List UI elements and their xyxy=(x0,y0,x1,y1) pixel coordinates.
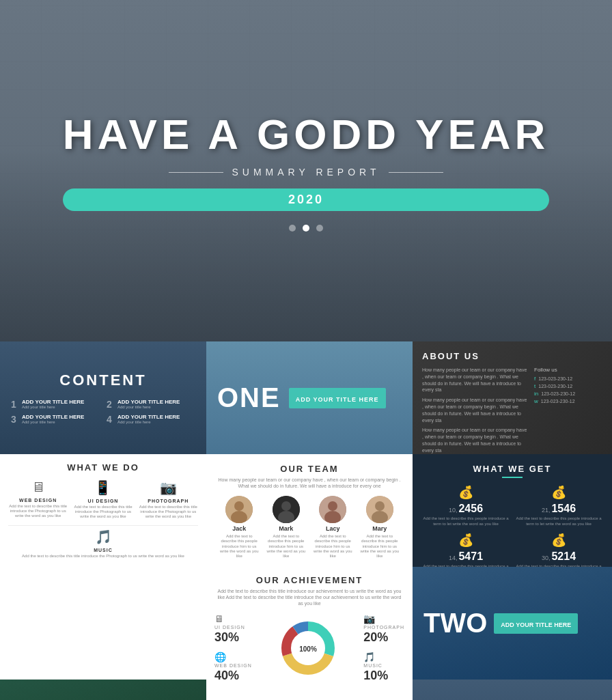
ach-layout: 🖥 UI DESIGN 30% 🌐 WEB DESIGN 40% xyxy=(214,613,404,683)
get-item-2: 💰 21, 1546 Add the text to describe this… xyxy=(515,485,602,527)
about-layout: How many people our team or our company … xyxy=(422,367,602,454)
about-para-1: How many people our team or our company … xyxy=(422,367,529,393)
ach-desc: Add the text to describe this title intr… xyxy=(214,588,404,606)
twitter-icon: t xyxy=(534,383,536,389)
get-small-4: 30, xyxy=(542,555,551,561)
hero-dot-3[interactable] xyxy=(316,225,323,232)
get-line xyxy=(502,477,523,478)
content-title-3: ADD YOUR TITLE HERE xyxy=(22,414,84,420)
get-big-4: 5214 xyxy=(551,550,576,563)
ach-label-music: MUSIC xyxy=(363,663,404,668)
ach-title: OUR ACHIEVEMENT xyxy=(214,575,404,585)
social-text-2: 123-023-230-12 xyxy=(538,384,572,389)
svg-point-4 xyxy=(281,501,291,511)
avatar-mark xyxy=(273,496,300,523)
ach-item-ui: 🖥 UI DESIGN 30% xyxy=(214,613,252,645)
team-member-1: Jack Add the text to describe this peopl… xyxy=(219,496,260,559)
get-small-2: 21, xyxy=(542,507,551,514)
svg-point-1 xyxy=(234,501,244,511)
content-slide: CONTENT 1 ADD YOUR TITLE HERE Add your t… xyxy=(0,341,206,454)
content-slide-bg xyxy=(0,341,206,454)
do-label-ui: UI DESIGN xyxy=(88,499,119,503)
ach-item-photo: 📷 PHOTOGRAPH 20% xyxy=(363,613,404,645)
hero-year-badge: 2020 xyxy=(63,188,550,211)
ach-label-photo: PHOTOGRAPH xyxy=(363,625,404,630)
get-icon-2: 💰 xyxy=(551,485,566,500)
hero-dot-1[interactable] xyxy=(289,225,296,232)
get-icon-1: 💰 xyxy=(458,485,473,500)
hero-line-right xyxy=(389,172,443,173)
linkedin-icon: in xyxy=(534,391,538,397)
get-small-3: 14, xyxy=(449,555,458,561)
hero-title: HAVE A GODD YEAR xyxy=(63,110,550,158)
member-name-1: Jack xyxy=(232,525,246,532)
content-item-2: 2 ADD YOUR TITLE HERE Add your title her… xyxy=(107,399,195,410)
content-sub-2: Add your title here xyxy=(117,405,180,409)
ach-item-web: 🌐 WEB DESIGN 40% xyxy=(214,652,252,683)
do-text-ui: Add the text to describe this title intr… xyxy=(73,505,133,520)
social-text-1: 123-023-230-12 xyxy=(538,376,572,381)
get-items: 💰 10, 2456 Add the text to describe this… xyxy=(422,485,602,567)
one-title-box: ADD YOUR TITLE HERE xyxy=(289,388,386,408)
social-item-2: t 123-023-230-12 xyxy=(534,383,602,389)
social-text-3: 123-023-230-12 xyxy=(541,391,575,396)
get-slide: WHAT WE GET 💰 10, 2456 Add the text to d… xyxy=(413,454,612,567)
member-desc-3: Add the text to describe this people int… xyxy=(312,534,353,559)
about-right: Follow us f 123-023-230-12 t 123-023-230… xyxy=(534,367,602,454)
avatar-lacy xyxy=(319,496,346,523)
content-item-1: 1 ADD YOUR TITLE HERE Add your title her… xyxy=(11,399,100,410)
facebook-icon: f xyxy=(534,376,536,382)
team-member-4: Mary Add the text to describe this peopl… xyxy=(359,496,400,559)
do-text-music: Add the text to describe this title intr… xyxy=(22,554,184,559)
two-label: TWO xyxy=(423,608,487,639)
get-big-3: 5471 xyxy=(458,550,483,563)
ach-icon-ui: 🖥 xyxy=(214,613,252,624)
do-grid: 🖥 WEB DESIGN Add the text to describe th… xyxy=(8,479,198,520)
extra-slide-1-bg xyxy=(413,680,612,700)
about-para-3: How many people our team or our company … xyxy=(422,427,529,453)
hero-dot-2[interactable] xyxy=(303,225,309,232)
get-big-2: 1546 xyxy=(551,503,576,515)
two-slide: TWO ADD YOUR TITLE HERE xyxy=(413,567,612,680)
ach-icon-photo: 📷 xyxy=(363,613,404,624)
content-num-4: 4 xyxy=(107,414,115,425)
three-slide: THREE ADD YOUR TITLE HERE xyxy=(0,680,206,700)
content-title-1: ADD YOUR TITLE HERE xyxy=(22,399,84,405)
achievement-slide: OUR ACHIEVEMENT Add the text to describe… xyxy=(206,567,413,700)
ach-label-ui: UI DESIGN xyxy=(214,625,252,630)
ach-chart: 100% xyxy=(277,617,339,679)
one-label: ONE xyxy=(217,382,281,413)
two-title-box: ADD YOUR TITLE HERE xyxy=(494,613,578,634)
do-item-1: 🖥 WEB DESIGN Add the text to describe th… xyxy=(8,479,68,520)
do-divider xyxy=(8,525,198,526)
get-item-1: 💰 10, 2456 Add the text to describe this… xyxy=(422,485,510,527)
hero-dots xyxy=(63,225,550,232)
member-desc-1: Add the text to describe this people int… xyxy=(219,534,260,559)
donut-chart-svg: 100% xyxy=(277,617,339,679)
hero-line-left xyxy=(169,172,223,173)
hero-subtitle-line: SUMMARY REPORT xyxy=(63,167,550,178)
get-desc-2: Add the text to describe this people int… xyxy=(515,516,602,527)
get-title: WHAT WE GET xyxy=(422,464,602,474)
content-sub-3: Add your title here xyxy=(22,420,84,424)
one-title-text: ADD YOUR TITLE HERE xyxy=(296,396,379,403)
member-desc-2: Add the text to describe this people int… xyxy=(266,534,307,559)
get-item-3: 💰 14, 5471 Add the text to describe this… xyxy=(422,533,510,567)
hero-slide: HAVE A GODD YEAR SUMMARY REPORT 2020 xyxy=(0,0,612,341)
content-items: 1 ADD YOUR TITLE HERE Add your title her… xyxy=(11,399,195,425)
content-title-4: ADD YOUR TITLE HERE xyxy=(117,414,180,420)
about-slide: ABOUT US How many people our team or our… xyxy=(413,341,612,454)
social-item-4: w 123-023-230-12 xyxy=(534,398,602,404)
ach-icon-web: 🌐 xyxy=(214,652,252,662)
content-item-4: 4 ADD YOUR TITLE HERE Add your title her… xyxy=(107,414,195,425)
donut-center-text: 100% xyxy=(299,645,317,653)
team-subtitle: How many people our team or our company … xyxy=(216,477,403,489)
get-desc-1: Add the text to describe this people int… xyxy=(422,516,510,527)
member-name-2: Mark xyxy=(279,525,293,532)
music-section: 🎵 MUSIC Add the text to describe this ti… xyxy=(8,529,198,559)
about-para-2: How many people our team or our company … xyxy=(422,397,529,423)
get-big-1: 2456 xyxy=(458,503,483,515)
team-slide: OUR TEAM How many people our team or our… xyxy=(206,454,413,567)
team-member-2: Mark Add the text to describe this peopl… xyxy=(266,496,307,559)
do-icon-music: 🎵 xyxy=(95,529,112,545)
